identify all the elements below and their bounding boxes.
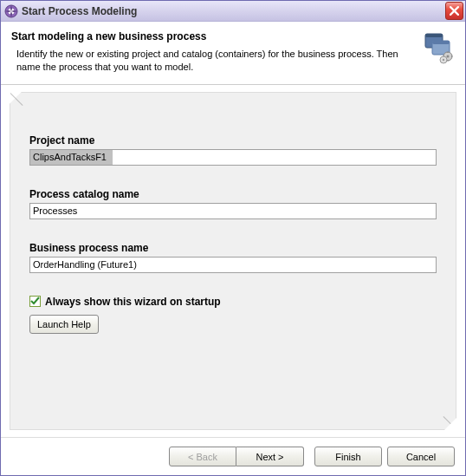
project-name-label: Project name <box>29 134 437 147</box>
page-description: Identify the new or existing project and… <box>11 48 413 74</box>
process-name-input[interactable] <box>29 257 437 273</box>
finish-button[interactable]: Finish <box>314 447 382 466</box>
svg-point-9 <box>443 59 444 61</box>
svg-rect-3 <box>425 34 443 37</box>
always-show-row[interactable]: Always show this wizard on startup <box>29 296 437 308</box>
svg-rect-5 <box>432 41 450 44</box>
cancel-button[interactable]: Cancel <box>387 447 455 466</box>
form-panel: Project name Process catalog name Busine… <box>10 92 456 430</box>
header-band: Start modeling a new business process Id… <box>1 22 465 85</box>
project-name-input[interactable] <box>29 149 437 166</box>
app-icon <box>4 4 18 18</box>
back-button: < Back <box>169 447 236 466</box>
always-show-label: Always show this wizard on startup <box>45 296 221 308</box>
window-title: Start Process Modeling <box>22 5 445 17</box>
catalog-name-label: Process catalog name <box>29 188 437 200</box>
wizard-window: Start Process Modeling Start modeling a … <box>0 0 466 476</box>
launch-help-button[interactable]: Launch Help <box>29 315 99 334</box>
always-show-checkbox[interactable] <box>29 296 41 307</box>
next-button[interactable]: Next > <box>236 447 304 466</box>
content-area: Project name Process catalog name Busine… <box>1 85 465 437</box>
svg-point-7 <box>447 55 450 58</box>
wizard-banner-icon <box>420 29 456 65</box>
process-name-group: Business process name <box>29 242 437 273</box>
page-title: Start modeling a new business process <box>11 30 413 42</box>
button-bar: < Back Next > Finish Cancel <box>1 437 465 475</box>
process-name-label: Business process name <box>29 242 437 254</box>
close-button[interactable] <box>445 2 463 20</box>
catalog-name-group: Process catalog name <box>29 188 437 219</box>
catalog-name-input[interactable] <box>29 203 437 219</box>
titlebar[interactable]: Start Process Modeling <box>1 1 465 22</box>
project-name-group: Project name <box>29 134 437 166</box>
